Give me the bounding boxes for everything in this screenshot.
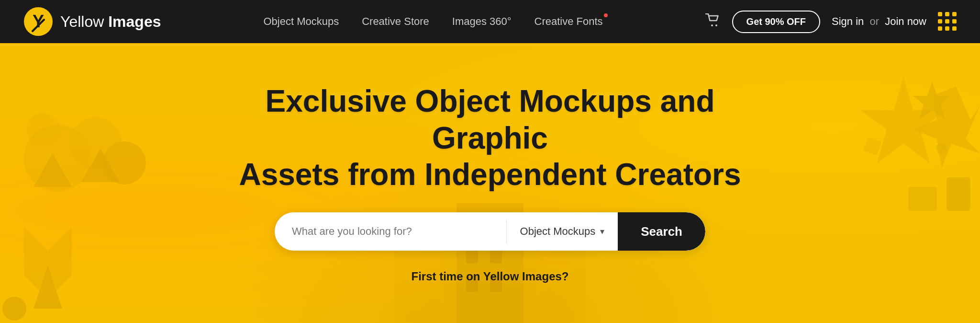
nav-link-creative-store[interactable]: Creative Store [362, 15, 429, 28]
grid-dot [952, 26, 957, 31]
svg-point-4 [715, 24, 717, 26]
nav-link-images-360[interactable]: Images 360° [452, 15, 512, 28]
grid-dot [952, 12, 957, 16]
nav-link-creative-fonts[interactable]: Creative Fonts [535, 15, 603, 28]
search-input[interactable] [275, 212, 506, 251]
grid-dot [945, 12, 949, 16]
hero-title-line1: Exclusive Object Mockups and Graphic [266, 84, 715, 155]
svg-point-3 [711, 24, 713, 26]
grid-dot [938, 12, 942, 16]
nav-link-object-mockups[interactable]: Object Mockups [263, 15, 339, 28]
apps-menu-button[interactable] [938, 12, 957, 31]
search-bar: Object Mockups ▾ Search [275, 212, 705, 251]
logo-icon: Y [23, 6, 54, 37]
deal-button[interactable]: Get 90% OFF [732, 11, 820, 33]
search-button[interactable]: Search [618, 212, 705, 251]
hero-content: Exclusive Object Mockups and Graphic Ass… [0, 83, 980, 283]
nav-right: Get 90% OFF Sign in or Join now [705, 11, 957, 33]
nav-links: Object Mockups Creative Store Images 360… [180, 15, 686, 28]
logo-text-regular: Yellow [60, 13, 104, 30]
grid-dot [938, 19, 942, 23]
logo-text: Yellow Images [60, 13, 161, 31]
logo-text-bold: Images [108, 13, 161, 30]
search-category-dropdown[interactable]: Object Mockups ▾ [507, 212, 618, 251]
svg-point-29 [2, 297, 26, 321]
grid-dot [945, 26, 949, 31]
grid-dot [952, 19, 957, 23]
auth-or: or [869, 15, 879, 27]
navbar: Y Yellow Images Object Mockups Creative … [0, 0, 980, 43]
join-now-link[interactable]: Join now [885, 15, 926, 27]
hero-section: Exclusive Object Mockups and Graphic Ass… [0, 43, 980, 323]
chevron-down-icon: ▾ [600, 226, 604, 237]
hero-subtext: First time on Yellow Images? [412, 270, 569, 283]
sign-in-link[interactable]: Sign in [832, 15, 864, 27]
grid-dot [945, 19, 949, 23]
search-category-label: Object Mockups [520, 225, 596, 238]
hero-title: Exclusive Object Mockups and Graphic Ass… [227, 83, 753, 193]
auth-links: Sign in or Join now [832, 15, 926, 28]
logo[interactable]: Y Yellow Images [23, 6, 161, 37]
hero-title-line2: Assets from Independent Creators [239, 157, 741, 192]
grid-dot [938, 26, 942, 31]
cart-icon[interactable] [705, 13, 721, 30]
